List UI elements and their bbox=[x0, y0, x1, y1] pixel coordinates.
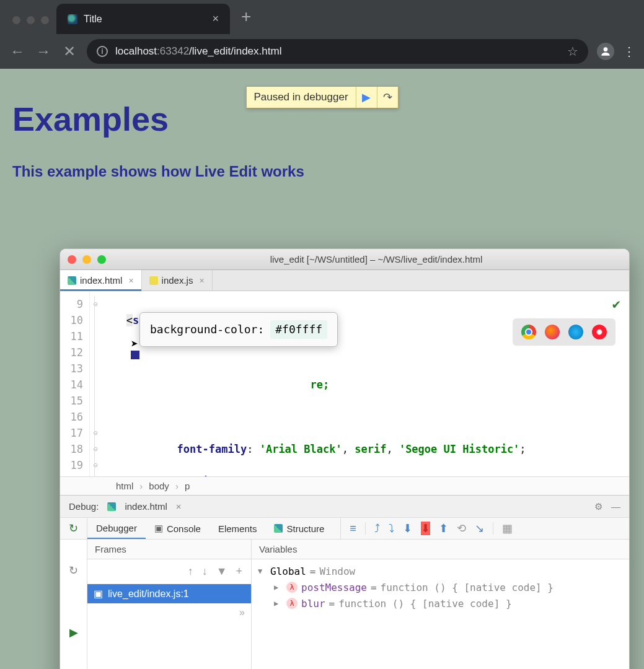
close-icon[interactable]: × bbox=[199, 276, 204, 286]
close-tab-icon[interactable]: × bbox=[212, 12, 219, 25]
html-file-icon bbox=[68, 276, 76, 285]
step-into-icon[interactable]: ⤵ bbox=[389, 522, 394, 535]
hide-icon[interactable]: — bbox=[611, 501, 620, 512]
var-value: function () { [native code] } bbox=[381, 582, 554, 593]
editor-tab-index-js[interactable]: index.js × bbox=[142, 270, 213, 291]
page-subtitle: This example shows how Live Edit works bbox=[12, 163, 632, 180]
gear-icon[interactable]: ⚙ bbox=[594, 501, 602, 512]
html-file-icon bbox=[107, 502, 116, 511]
debug-tool-window-header: Debug: index.html × ⚙ — bbox=[60, 495, 629, 517]
tooltip-label: background-color: bbox=[150, 321, 264, 338]
frame-down-icon[interactable]: ↓ bbox=[202, 565, 208, 578]
max-dot[interactable] bbox=[41, 16, 49, 24]
mouse-cursor-icon: ➤ bbox=[131, 336, 138, 352]
view-breakpoints-icon[interactable]: ≡ bbox=[350, 522, 356, 535]
tab-console[interactable]: ▣Console bbox=[146, 518, 210, 539]
firefox-icon[interactable] bbox=[545, 325, 560, 339]
tab-label: index.js bbox=[162, 275, 193, 286]
browser-tab[interactable]: Title × bbox=[56, 4, 230, 34]
breadcrumb[interactable]: html› body› p bbox=[60, 476, 629, 495]
frames-header: Frames bbox=[87, 540, 251, 559]
stack-frame[interactable]: ▣ live_edit/index.js:1 bbox=[87, 584, 251, 603]
chrome-icon[interactable] bbox=[521, 325, 536, 339]
site-info-icon[interactable]: i bbox=[97, 46, 108, 57]
tab-label: index.html bbox=[80, 275, 122, 286]
svg-point-0 bbox=[604, 47, 608, 51]
resume-button[interactable]: ▶ bbox=[356, 87, 377, 108]
inspection-ok-icon[interactable]: ✔ bbox=[612, 296, 620, 312]
run-to-cursor-icon[interactable]: ⬆ bbox=[439, 522, 448, 535]
profile-avatar[interactable] bbox=[597, 43, 614, 60]
code-editor[interactable]: 910111213141516171819202122232425 ⊖⊖⊖⊖⊖⊖… bbox=[60, 291, 629, 476]
paused-label: Paused in debugger bbox=[246, 87, 355, 107]
fold-gutter[interactable]: ⊖⊖⊖⊖⊖⊖⊖⊖ bbox=[90, 291, 101, 476]
html-file-icon bbox=[274, 524, 283, 533]
back-button[interactable]: ← bbox=[9, 43, 26, 60]
browser-menu-icon[interactable]: ⋮ bbox=[623, 44, 635, 59]
ide-title-text: live_edit [~/WS/untitled] – ~/WS/live_ed… bbox=[131, 254, 622, 265]
editor-tab-index-html[interactable]: index.html × bbox=[60, 270, 142, 291]
ide-max-icon[interactable] bbox=[97, 255, 106, 264]
close-dot[interactable] bbox=[12, 16, 20, 24]
expand-icon[interactable]: ▼ bbox=[258, 567, 267, 575]
lambda-icon: λ bbox=[286, 598, 298, 609]
close-icon[interactable]: × bbox=[128, 276, 133, 286]
tab-debugger[interactable]: Debugger bbox=[87, 518, 146, 539]
min-dot[interactable] bbox=[27, 16, 35, 24]
resume-program-button[interactable]: ▶ bbox=[60, 601, 87, 663]
rerun-button[interactable]: ↻ bbox=[60, 518, 87, 539]
color-swatch-icon[interactable] bbox=[131, 351, 139, 359]
lambda-icon: λ bbox=[286, 582, 298, 593]
var-name: postMessage bbox=[301, 582, 367, 593]
color-tooltip: background-color: #f0ffff bbox=[139, 312, 338, 347]
address-bar[interactable]: i localhost:63342/live_edit/index.html ☆ bbox=[87, 39, 588, 64]
ide-window: live_edit [~/WS/untitled] – ~/WS/live_ed… bbox=[60, 248, 630, 669]
frame-icon: ▣ bbox=[94, 588, 103, 600]
ide-min-icon[interactable] bbox=[82, 255, 91, 264]
calculator-icon[interactable]: ▦ bbox=[502, 522, 513, 535]
frame-up-icon[interactable]: ↑ bbox=[188, 565, 193, 578]
url-path: /live_edit/index.html bbox=[189, 45, 281, 57]
step-out-icon[interactable]: ⬇ bbox=[421, 522, 430, 535]
step-over-icon[interactable]: ⤴ bbox=[374, 522, 380, 535]
debug-config-name: index.html bbox=[125, 501, 167, 512]
paused-debugger-bar: Paused in debugger ▶ ↷ bbox=[245, 86, 398, 108]
safari-icon[interactable] bbox=[568, 325, 583, 339]
restart-button[interactable]: ↻ bbox=[60, 540, 87, 601]
var-name: Global bbox=[270, 566, 306, 577]
evaluate-icon[interactable]: ↘ bbox=[475, 522, 484, 535]
close-icon[interactable]: × bbox=[176, 501, 182, 512]
tab-elements[interactable]: Elements bbox=[210, 518, 266, 539]
var-value: Window bbox=[319, 566, 355, 577]
ide-close-icon[interactable] bbox=[68, 255, 76, 264]
filter-icon[interactable]: ▼ bbox=[216, 565, 227, 578]
tab-title: Title bbox=[84, 14, 102, 25]
opera-icon[interactable] bbox=[592, 325, 607, 339]
ide-titlebar[interactable]: live_edit [~/WS/untitled] – ~/WS/live_ed… bbox=[60, 249, 629, 270]
expand-icon[interactable]: ▶ bbox=[274, 599, 283, 608]
open-in-browser-toolbar bbox=[513, 318, 615, 346]
expand-icon[interactable]: ▶ bbox=[274, 583, 283, 592]
window-traffic-lights[interactable] bbox=[5, 16, 56, 34]
debug-side-toolbar: ↻ bbox=[60, 518, 87, 539]
stop-button[interactable]: ✕ bbox=[61, 43, 78, 60]
line-gutter: 910111213141516171819202122232425 bbox=[60, 291, 90, 476]
code-area[interactable]: <style> re; font-family: 'Arial Black', … bbox=[101, 291, 629, 476]
add-icon[interactable]: + bbox=[236, 565, 242, 578]
var-name: blur bbox=[301, 598, 325, 610]
new-tab-button[interactable]: + bbox=[230, 7, 262, 34]
tooltip-color-value: #f0ffff bbox=[270, 320, 327, 339]
url-host: localhost bbox=[115, 45, 157, 57]
step-over-button[interactable]: ↷ bbox=[377, 87, 398, 108]
favicon-icon bbox=[68, 14, 77, 24]
drop-frame-icon[interactable]: ⟲ bbox=[457, 522, 466, 535]
variables-tree[interactable]: ▼ Global = Window ▶ λ postMessage = func… bbox=[252, 559, 629, 669]
frame-label: live_edit/index.js:1 bbox=[108, 588, 189, 600]
forward-button[interactable]: → bbox=[35, 43, 52, 60]
tab-structure[interactable]: Structure bbox=[265, 518, 333, 539]
force-step-into-icon[interactable]: ⬇ bbox=[403, 522, 412, 535]
bookmark-icon[interactable]: ☆ bbox=[567, 44, 578, 59]
more-icon[interactable]: » bbox=[60, 663, 87, 669]
js-file-icon bbox=[149, 276, 158, 285]
more-icon[interactable]: » bbox=[87, 603, 251, 622]
